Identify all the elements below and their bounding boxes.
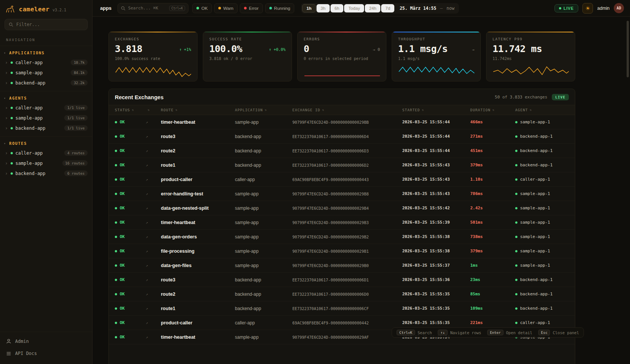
filter-button-ok[interactable]: OK <box>192 3 212 13</box>
route-name: timer-heartbeat <box>161 220 235 225</box>
sidebar-item-api-docs[interactable]: API Docs <box>0 347 92 359</box>
column-header-started[interactable]: STARTED⇅ <box>402 108 470 112</box>
ok-dot-icon <box>115 279 117 281</box>
sidebar-nav-item[interactable]: › caller-app 10.7k <box>0 57 92 68</box>
filter-button-warn[interactable]: Warn <box>214 3 238 13</box>
exchange-id: EE7322370A10617-00000000000006D4 <box>292 134 402 139</box>
table-row[interactable]: OK ↗ error-handling-test sample-app 9079… <box>109 187 575 201</box>
sidebar-filter[interactable] <box>5 19 88 30</box>
search-input[interactable] <box>128 6 166 11</box>
route-arrow-icon: ↗ <box>146 292 161 296</box>
error-dot-icon <box>244 7 247 9</box>
status-cell: OK <box>115 263 146 268</box>
sidebar: cameleer v3.2.1 NAVIGATION ▾ APPLICATION… <box>0 0 93 364</box>
stat-value: 100.0% <box>209 44 242 54</box>
column-header-type[interactable]: ⇅ <box>146 108 161 112</box>
sidebar-nav-item[interactable]: › caller-app 4 routes <box>0 148 92 158</box>
started-timestamp: 2026-03-25 15:55:39 <box>402 220 470 225</box>
time-range-today[interactable]: Today <box>344 4 364 12</box>
ok-dot-icon <box>115 322 117 324</box>
duration-value: 501ms <box>470 220 515 225</box>
time-range-1h[interactable]: 1h <box>302 4 315 12</box>
range-end-now: now <box>446 6 454 11</box>
route-arrow-icon: ↗ <box>146 335 161 339</box>
filter-button-error[interactable]: Error <box>240 3 263 13</box>
global-search[interactable]: Ctrl+K <box>117 3 188 14</box>
column-header-agent[interactable]: AGENT⇅ <box>515 108 569 112</box>
table-row[interactable]: OK ↗ timer-heartbeat sample-app 90799F47… <box>109 115 575 129</box>
ok-dot-icon <box>115 293 117 295</box>
agent-dot-icon <box>515 279 517 281</box>
sparkline-latency <box>493 63 569 78</box>
stat-card-exchanges[interactable]: EXCHANGES 3.818 ↑ +1% 100.0% success rat… <box>108 31 198 81</box>
sidebar-item-admin[interactable]: Admin <box>0 335 92 347</box>
time-range-6h[interactable]: 6h <box>330 4 344 12</box>
agent-name: backend-app-1 <box>520 306 553 311</box>
table-row[interactable]: OK ↗ route3 backend-app EE7322370A10617-… <box>109 273 575 287</box>
scrollbar-thumb[interactable] <box>627 21 629 77</box>
nav-item-list: › caller-app 10.7k › sample-app 84.1k › … <box>0 57 92 88</box>
nav-section-header[interactable]: ▾ ROUTES <box>0 139 92 148</box>
column-header-exchange-id[interactable]: EXCHANGE ID⇅ <box>292 108 402 112</box>
status-filters: OK Warn Error Running <box>192 3 294 13</box>
live-toggle-button[interactable]: LIVE <box>554 4 578 12</box>
started-timestamp: 2026-03-25 15:55:43 <box>402 163 470 167</box>
exchange-id: EE7322370A10617-00000000000006D3 <box>292 149 402 153</box>
application-name: sample-app <box>235 335 292 340</box>
agent-cell: backend-app-1 <box>515 148 569 153</box>
avatar[interactable]: AD <box>614 3 624 13</box>
time-range-7d[interactable]: 7d <box>381 4 394 12</box>
column-header-route[interactable]: ROUTE⇅ <box>161 108 235 112</box>
table-row[interactable]: OK ↗ file-processing sample-app 90799F47… <box>109 244 575 258</box>
table-row[interactable]: OK ↗ data-gen-orders sample-app 90799F47… <box>109 230 575 244</box>
ok-dot-icon <box>115 193 117 195</box>
status-cell: OK <box>115 335 146 339</box>
started-timestamp: 2026-03-25 15:55:43 <box>402 191 470 196</box>
application-name: backend-app <box>235 163 292 168</box>
table-row[interactable]: OK ↗ route2 backend-app EE7322370A10617-… <box>109 287 575 301</box>
application-name: backend-app <box>235 134 292 139</box>
stat-subtext: 1.1 msg/s <box>398 56 474 61</box>
stat-label: EXCHANGES <box>115 37 191 41</box>
stat-card-success-rate[interactable]: SUCCESS RATE 100.0% ↑ +0.0% 3.818 ok / 0… <box>203 31 292 81</box>
column-header-status[interactable]: STATUS⇅ <box>115 108 146 112</box>
column-header-application[interactable]: APPLICATION⇅ <box>235 108 292 112</box>
route-name: route1 <box>161 163 235 168</box>
theme-toggle-button[interactable]: ☀ <box>582 3 593 14</box>
agent-dot-icon <box>515 193 517 195</box>
stat-card-errors[interactable]: ERRORS 0 → 0 0 errors in selected period <box>297 31 386 81</box>
status-dot-icon <box>11 152 13 154</box>
agent-cell: sample-app-1 <box>515 206 569 210</box>
sidebar-nav-item[interactable]: › sample-app 84.1k <box>0 68 92 78</box>
stat-label: LATENCY P99 <box>493 37 569 41</box>
table-row[interactable]: OK ↗ product-caller caller-app 69AC90BF8… <box>109 172 575 187</box>
sidebar-nav-item[interactable]: › sample-app 1/1 live <box>0 113 92 123</box>
table-row[interactable]: OK ↗ route1 backend-app EE7322370A10617-… <box>109 158 575 172</box>
sidebar-nav-item[interactable]: › sample-app 16 routes <box>0 158 92 168</box>
stat-card-throughput[interactable]: THROUGHPUT 1.1 msg/s → 1.1 msg/s <box>392 31 481 81</box>
sparkline-errors <box>304 63 380 78</box>
sidebar-nav-item[interactable]: › backend-app 6 routes <box>0 168 92 178</box>
topbar-right: LIVE ☀ admin AD <box>554 3 624 14</box>
nav-section-header[interactable]: ▾ APPLICATIONS <box>0 48 92 57</box>
filter-input[interactable] <box>16 22 83 27</box>
sidebar-nav-item[interactable]: › backend-app 1/1 live <box>0 123 92 133</box>
status-dot-icon <box>11 107 13 109</box>
table-row[interactable]: OK ↗ data-gen-nested-split sample-app 90… <box>109 201 575 215</box>
filter-button-running[interactable]: Running <box>265 3 295 13</box>
status-label: OK <box>120 234 125 239</box>
table-row[interactable]: OK ↗ route2 backend-app EE7322370A10617-… <box>109 144 575 158</box>
time-range-24h[interactable]: 24h <box>365 4 380 12</box>
stat-card-latency[interactable]: LATENCY P99 11.742 ms 11.742ms <box>486 31 575 81</box>
table-row[interactable]: OK ↗ data-gen-files sample-app 90799F47E… <box>109 258 575 273</box>
table-row[interactable]: OK ↗ route1 backend-app EE7322370A10617-… <box>109 301 575 316</box>
status-label: OK <box>120 206 125 210</box>
sidebar-nav-item[interactable]: › caller-app 1/1 live <box>0 103 92 113</box>
column-header-duration[interactable]: DURATION⇅ <box>470 108 515 112</box>
nav-section-header[interactable]: ▾ AGENTS <box>0 94 92 103</box>
status-dot-icon <box>11 172 13 175</box>
table-row[interactable]: OK ↗ timer-heartbeat sample-app 90799F47… <box>109 215 575 230</box>
table-row[interactable]: OK ↗ route3 backend-app EE7322370A10617-… <box>109 129 575 144</box>
sidebar-nav-item[interactable]: › backend-app 32.2k <box>0 78 92 88</box>
time-range-3h[interactable]: 3h <box>317 4 330 12</box>
